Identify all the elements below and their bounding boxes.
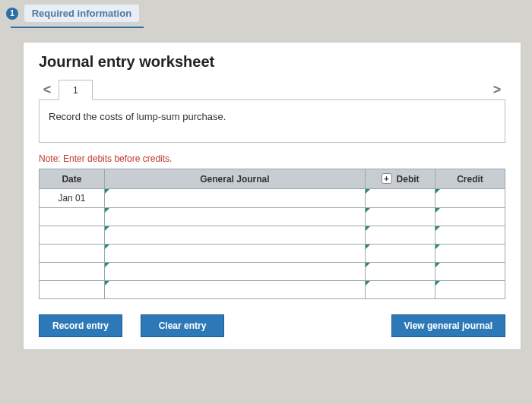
tab-row: < 1 > [39, 80, 505, 100]
dropdown-tick-icon [435, 263, 440, 267]
col-header-general-journal: General Journal [104, 169, 365, 189]
cell-credit[interactable] [435, 245, 505, 263]
record-entry-button[interactable]: Record entry [39, 314, 122, 337]
dropdown-tick-icon [435, 281, 440, 286]
cell-date[interactable] [40, 226, 105, 245]
cell-debit[interactable] [366, 281, 435, 299]
table-row [40, 245, 505, 263]
worksheet-title: Journal entry worksheet [39, 53, 505, 71]
cell-account[interactable] [104, 208, 365, 226]
cell-date[interactable] [40, 263, 105, 281]
cell-credit[interactable] [435, 281, 505, 299]
table-row [40, 263, 505, 281]
cell-debit[interactable] [366, 189, 435, 208]
col-header-credit: Credit [435, 169, 505, 189]
debit-label: Debit [397, 174, 420, 185]
dropdown-tick-icon [366, 281, 370, 286]
cell-date[interactable] [40, 208, 105, 226]
cell-account[interactable] [104, 245, 365, 263]
dropdown-tick-icon [105, 245, 109, 249]
dropdown-tick-icon [435, 208, 440, 213]
cell-account[interactable] [104, 226, 365, 245]
dropdown-tick-icon [105, 281, 109, 286]
dropdown-tick-icon [366, 208, 370, 213]
col-header-date: Date [40, 169, 105, 189]
table-row [40, 281, 505, 299]
cell-credit[interactable] [435, 189, 505, 208]
dropdown-tick-icon [366, 189, 370, 194]
clear-entry-button[interactable]: Clear entry [141, 314, 224, 337]
cell-date[interactable] [40, 245, 105, 263]
cell-credit[interactable] [435, 263, 505, 281]
cell-debit[interactable] [366, 245, 435, 263]
note-text: Note: Enter debits before credits. [39, 153, 505, 164]
table-row [40, 208, 505, 226]
step-badge: 1 [6, 8, 18, 20]
entry-tab-1[interactable]: 1 [59, 80, 93, 100]
cell-account[interactable] [104, 263, 365, 281]
cell-date[interactable] [40, 281, 105, 299]
journal-table: Date General Journal + Debit Credit Jan … [39, 169, 505, 299]
cell-account[interactable] [104, 189, 365, 208]
cell-date[interactable]: Jan 01 [40, 189, 105, 208]
dropdown-tick-icon [366, 245, 370, 249]
cell-debit[interactable] [366, 208, 435, 226]
table-row: Jan 01 [40, 189, 505, 208]
worksheet-card: Journal entry worksheet < 1 > Record the… [23, 42, 521, 350]
required-info-pill[interactable]: Required information [24, 5, 139, 22]
dropdown-tick-icon [435, 189, 440, 194]
dropdown-tick-icon [366, 226, 370, 231]
col-header-debit: + Debit [366, 169, 435, 189]
dropdown-tick-icon [105, 189, 109, 194]
dropdown-tick-icon [105, 208, 109, 213]
cell-credit[interactable] [435, 208, 505, 226]
cell-debit[interactable] [366, 226, 435, 245]
plus-icon[interactable]: + [382, 173, 392, 184]
instruction-text: Record the costs of lump-sum purchase. [49, 111, 226, 122]
dropdown-tick-icon [105, 226, 109, 231]
top-bar: 1 Required information [0, 0, 532, 28]
dropdown-tick-icon [435, 226, 440, 231]
instruction-box: Record the costs of lump-sum purchase. [39, 99, 505, 143]
cell-debit[interactable] [366, 263, 435, 281]
view-general-journal-button[interactable]: View general journal [391, 314, 505, 337]
dropdown-tick-icon [435, 245, 440, 249]
cell-credit[interactable] [435, 226, 505, 245]
active-underline [11, 27, 144, 28]
table-row [40, 226, 505, 245]
button-row: Record entry Clear entry View general jo… [39, 314, 505, 337]
next-entry-button[interactable]: > [489, 82, 505, 98]
dropdown-tick-icon [366, 263, 370, 267]
dropdown-tick-icon [105, 263, 109, 267]
prev-entry-button[interactable]: < [39, 82, 55, 98]
cell-account[interactable] [104, 281, 365, 299]
